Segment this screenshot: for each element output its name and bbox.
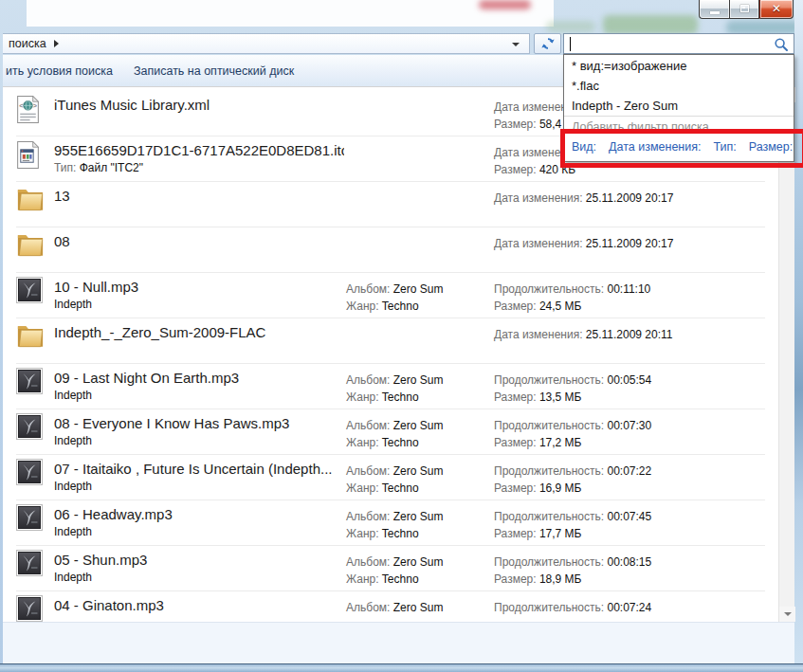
file-detail-line: Продолжительность: 00:07:30 (494, 417, 651, 434)
scroll-down-icon (784, 612, 792, 616)
file-row[interactable]: 04 - Ginaton.mp3Альбом: Zero SumПродолжи… (3, 591, 778, 622)
file-detail-line: Жанр: Techno (346, 480, 443, 497)
file-row[interactable]: 06 - Headway.mp3IndepthАльбом: Zero SumЖ… (3, 500, 778, 546)
file-detail-column: Продолжительность: 00:07:30Размер: 17,2 … (494, 417, 651, 451)
file-detail-column: Альбом: Zero SumЖанр: Techno (346, 463, 443, 497)
save-search-button[interactable]: ить условия поиска (6, 64, 113, 78)
svg-text:<: < (19, 101, 23, 110)
annotation-red-rectangle (560, 129, 803, 168)
refresh-button[interactable] (534, 33, 561, 54)
breadcrumb[interactable]: поиска (9, 37, 46, 50)
detail-value: Zero Sum (393, 419, 444, 432)
scroll-down-button[interactable] (779, 607, 795, 622)
detail-label: Размер: (494, 572, 539, 586)
detail-value: 58,4 (539, 118, 561, 131)
file-row[interactable]: 05 - Shun.mp3IndepthАльбом: Zero SumЖанр… (3, 546, 778, 591)
file-detail-line: Продолжительность: 00:07:22 (494, 463, 651, 480)
detail-value: Zero Sum (393, 555, 444, 569)
address-breadcrumb-bar[interactable]: поиска (3, 33, 530, 54)
minimize-button[interactable] (699, 0, 729, 19)
detail-label: Дата изменения: (494, 328, 586, 341)
itc2-file-icon (16, 140, 46, 178)
file-detail-line: Жанр: Techno (346, 389, 443, 406)
mp3-album-icon (16, 550, 46, 588)
file-detail-column: Альбом: Zero SumЖанр: Techno (346, 417, 443, 451)
detail-value: 00:08:15 (607, 555, 651, 569)
file-detail-line: Жанр: Techno (346, 298, 443, 315)
file-sub-info: Indepth (54, 434, 92, 447)
file-row[interactable]: 07 - Itaitaiko , Future Is Uncertain (In… (3, 455, 778, 500)
file-row[interactable]: 10 - Null.mp3IndepthАльбом: Zero SumЖанр… (3, 273, 778, 318)
detail-label: Продолжительность: (494, 282, 607, 296)
file-detail-line: Дата изменения: 25.11.2009 20:17 (494, 190, 673, 207)
detail-value: Techno (382, 300, 419, 313)
detail-label: Альбом: (346, 419, 393, 432)
file-row[interactable]: 09 - Last Night On Earth.mp3IndepthАльбо… (3, 364, 778, 409)
maximize-button[interactable] (729, 0, 759, 19)
background-window-glow (27, 0, 554, 27)
detail-value: Zero Sum (393, 601, 444, 614)
breadcrumb-caret-icon[interactable] (54, 40, 59, 47)
file-sub-info: Indepth (54, 389, 92, 402)
burn-disc-button[interactable]: Записать на оптический диск (134, 64, 294, 78)
detail-label: Альбом: (346, 601, 393, 614)
file-detail-line: Альбом: Zero Sum (346, 508, 443, 525)
file-detail-line: Продолжительность: 00:07:45 (494, 508, 651, 525)
magnifier-icon[interactable] (774, 37, 789, 52)
file-detail-line: Продолжительность: 00:08:15 (494, 554, 651, 571)
file-detail-line: Жанр: Techno (346, 434, 443, 451)
file-name: iTunes Music Library.xml (54, 97, 344, 113)
file-sub-value: Indepth (54, 525, 92, 538)
file-detail-line: Размер: 17,7 МБ (494, 525, 651, 542)
detail-value: 18,9 МБ (539, 572, 582, 586)
file-detail-column: Альбом: Zero SumЖанр: Techno (346, 281, 443, 315)
file-sub-value: Indepth (54, 298, 92, 311)
mp3-album-icon (16, 413, 46, 451)
glass-smudge (546, 21, 595, 32)
search-suggestion-item[interactable]: * вид:=изображение (564, 55, 794, 75)
file-detail-line: Жанр: Techno (346, 571, 443, 588)
file-row[interactable]: 13Дата изменения: 25.11.2009 20:17 (3, 182, 778, 227)
search-suggestion-item[interactable]: Indepth - Zero Sum (564, 95, 794, 115)
file-name: Indepth_-_Zero_Sum-2009-FLAC (54, 324, 344, 340)
file-detail-column: Дата измененРазмер: 58,4 (494, 99, 567, 133)
file-detail-column: Продолжительность: 00:07:22Размер: 16,9 … (494, 463, 651, 497)
file-name: 06 - Headway.mp3 (54, 506, 344, 522)
file-row[interactable]: 08 - Everyone I Know Has Paws.mp3Indepth… (3, 409, 778, 455)
file-sub-label: Тип: (54, 161, 80, 174)
address-history-dropdown-icon[interactable] (512, 43, 520, 46)
file-detail-line: Альбом: Zero Sum (346, 463, 443, 480)
file-name: 09 - Last Night On Earth.mp3 (54, 370, 344, 386)
details-pane (3, 622, 794, 663)
detail-label: Жанр: (346, 572, 382, 586)
file-name: 08 - Everyone I Know Has Paws.mp3 (54, 415, 344, 431)
detail-label: Размер: (494, 163, 539, 176)
detail-value: 00:07:24 (607, 601, 651, 614)
detail-value: Techno (382, 527, 419, 540)
search-input[interactable] (563, 33, 794, 54)
detail-label: Альбом: (346, 373, 393, 387)
detail-label: Жанр: (346, 481, 382, 495)
minimize-icon (710, 11, 720, 14)
xml-file-icon: < > (16, 95, 46, 133)
file-name: 10 - Null.mp3 (54, 279, 344, 295)
file-row[interactable]: Indepth_-_Zero_Sum-2009-FLACДата изменен… (3, 318, 778, 364)
refresh-arrows-icon (540, 36, 556, 51)
detail-value: 25.11.2009 20:17 (586, 191, 674, 205)
file-name: 07 - Itaitaiko , Future Is Uncertain (In… (54, 461, 344, 477)
file-detail-column: Альбом: Zero SumЖанр: Techno (346, 508, 443, 542)
detail-value: Techno (382, 436, 419, 449)
file-detail-column: Дата изменения: 25.11.2009 20:17 (494, 235, 673, 252)
detail-label: Размер: (494, 527, 539, 540)
file-detail-line: Размер: 18,9 МБ (494, 571, 651, 588)
detail-value: Zero Sum (393, 282, 444, 296)
close-button[interactable]: ✕ (759, 0, 794, 19)
detail-value: 13,5 МБ (539, 390, 582, 404)
file-sub-value: Indepth (54, 571, 92, 584)
search-suggestion-item[interactable]: *.flac (564, 75, 794, 95)
detail-label: Дата измене (494, 146, 560, 159)
file-detail-column: Продолжительность: 00:11:10Размер: 24,5 … (494, 281, 650, 315)
dropdown-separator (564, 116, 794, 117)
detail-value: 00:07:22 (607, 464, 651, 478)
file-row[interactable]: 08Дата изменения: 25.11.2009 20:17 (3, 227, 778, 273)
